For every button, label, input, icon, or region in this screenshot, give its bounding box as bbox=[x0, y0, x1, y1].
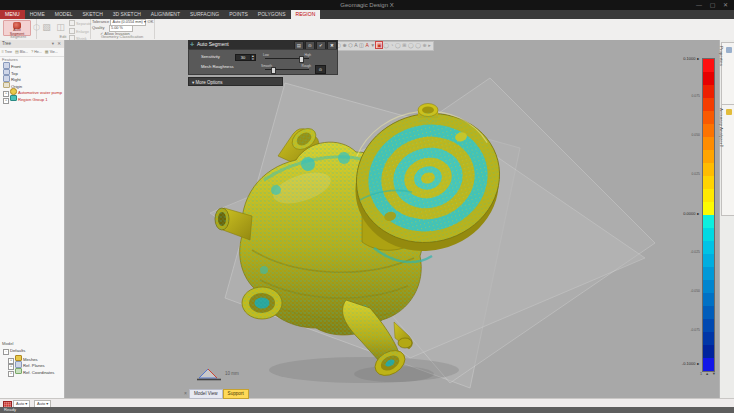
tree-item-region-group-1[interactable]: +Region Group 1 bbox=[3, 95, 48, 102]
legend-color-segment bbox=[703, 306, 714, 319]
help-filter-button[interactable]: ? He... bbox=[30, 48, 44, 56]
status-message: Ready bbox=[4, 407, 16, 412]
legend-color-segment bbox=[703, 189, 714, 202]
legend-tick: -0.025 bbox=[690, 250, 700, 254]
legend-tick: 0.075 bbox=[692, 94, 701, 98]
legend-color-segment bbox=[703, 202, 714, 215]
slider-max-label: Rough bbox=[302, 64, 311, 68]
legend-color-segment bbox=[703, 254, 714, 267]
expand-icon[interactable]: + bbox=[8, 371, 14, 377]
merge-region-button[interactable]: ◫ bbox=[54, 21, 67, 34]
sensitivity-input[interactable]: 30 bbox=[235, 54, 251, 61]
legend-color-segment bbox=[703, 124, 714, 137]
estimate-roughness-button[interactable]: ⊙ bbox=[315, 65, 326, 74]
tab-surfacing[interactable]: SURFACING bbox=[185, 10, 224, 19]
view-tab-bar: ×Model ViewSupport bbox=[184, 389, 249, 398]
ribbon-group-edit: ▧ ◫ Separate Enlarge Shrink Edit bbox=[36, 19, 91, 39]
tab-model-view[interactable]: Model View bbox=[189, 389, 223, 399]
sensitivity-slider[interactable]: Low High bbox=[265, 58, 309, 59]
tab-region[interactable]: REGION bbox=[291, 10, 321, 19]
legend-max-label: 0.1000 ► bbox=[683, 56, 700, 61]
window-controls[interactable]: — ▢ ✕ bbox=[696, 0, 731, 10]
tab-model[interactable]: MODEL bbox=[50, 10, 78, 19]
legend-tick: -0.075 bbox=[690, 328, 700, 332]
tab-menu[interactable]: MENU bbox=[0, 10, 25, 19]
viewport-toolbar: ⊗▱▢⊕⬡A◫A▼▣◯◔◯⊞◯◯⊕▸ bbox=[322, 41, 434, 51]
left-panel-header-buttons[interactable]: ▾ ✕ bbox=[52, 40, 62, 48]
legend-mid-label: 0.0000 ► bbox=[683, 211, 700, 216]
annotation-icon[interactable]: A bbox=[365, 42, 370, 48]
tab-support[interactable]: Support bbox=[223, 389, 249, 399]
coordinates-icon bbox=[15, 368, 22, 375]
legend-color-segment bbox=[703, 215, 714, 228]
tab-alignment[interactable]: ALIGNMENT bbox=[146, 10, 185, 19]
dialog-body: Sensitivity 30 ▲▼ Low High Mesh Roughnes… bbox=[188, 49, 338, 75]
deviation-color-legend bbox=[702, 58, 715, 372]
expand-icon[interactable]: + bbox=[3, 98, 9, 104]
dialog-icon: ✛ bbox=[190, 40, 194, 49]
viewport-3d-scene bbox=[64, 40, 719, 398]
tab-properties[interactable]: Properties bbox=[721, 42, 734, 106]
mesh-roughness-slider[interactable]: Smooth Rough bbox=[265, 69, 309, 70]
legend-color-segment bbox=[703, 59, 714, 72]
view-circle5-icon[interactable]: ◯ bbox=[414, 42, 421, 48]
legend-color-segment bbox=[703, 176, 714, 189]
tab-sketch[interactable]: SKETCH bbox=[78, 10, 108, 19]
model-section-label: Model bbox=[2, 341, 13, 346]
legend-color-segment bbox=[703, 72, 714, 85]
split-region-button[interactable]: ▧ bbox=[40, 21, 53, 34]
legend-color-segment bbox=[703, 228, 714, 241]
more-options-expander[interactable]: ▾ More Options bbox=[188, 77, 283, 86]
sensitivity-spinner[interactable]: ▲▼ bbox=[250, 54, 256, 61]
legend-color-segment bbox=[703, 150, 714, 163]
left-panel-toolbar: ≡ Tree ▤ Blo... ? He... ▦ Vie... bbox=[0, 48, 64, 57]
sensitivity-label: Sensitivity bbox=[201, 53, 220, 60]
legend-color-segment bbox=[703, 111, 714, 124]
dialog-header[interactable]: ✛ Auto Segment ▤⊙✔✖ bbox=[188, 40, 338, 49]
legend-color-segment bbox=[703, 332, 714, 345]
slider-min-label: Low bbox=[263, 53, 269, 57]
ribbon-group-geometry-classification: Tolerance Auto (0.0554 mm) ▾ OK Quality … bbox=[90, 19, 155, 39]
region-group-icon bbox=[10, 95, 17, 102]
sensitivity-slider-handle[interactable] bbox=[299, 56, 304, 63]
mesh-roughness-label: Mesh Roughness bbox=[201, 63, 234, 70]
window-title: Geomagic Design X bbox=[0, 0, 734, 10]
legend-color-segment bbox=[703, 137, 714, 150]
view-more-icon[interactable]: ▸ bbox=[427, 42, 431, 48]
legend-color-segment bbox=[703, 358, 714, 371]
mirror-icon[interactable]: ◫ bbox=[358, 42, 364, 48]
tree-item-ref-coordinates[interactable]: +Ref. Coordinates bbox=[8, 368, 54, 375]
right-panel-tab-strip: Properties Accuracy Analyzer™ bbox=[719, 40, 734, 398]
scale-label: 10 mm bbox=[225, 371, 239, 376]
legend-controls[interactable]: 1 ▲ ▼ bbox=[700, 372, 717, 376]
tab-points[interactable]: POINTS bbox=[224, 10, 253, 19]
legend-tick: -0.050 bbox=[690, 289, 700, 293]
view-circle-icon[interactable]: ◯ bbox=[382, 42, 389, 48]
edit-group-label: Edit bbox=[36, 34, 90, 39]
tree-filter-button[interactable]: ≡ Tree bbox=[0, 48, 14, 56]
dialog-title: Auto Segment bbox=[197, 41, 229, 47]
legend-min-label: -0.1000 ► bbox=[682, 361, 700, 366]
properties-icon bbox=[726, 47, 732, 53]
ribbon-group-segment: Auto Segment ⬡ Segment bbox=[0, 19, 37, 39]
legend-color-segment bbox=[703, 280, 714, 293]
tab-accuracy-analyzer[interactable]: Accuracy Analyzer™ bbox=[721, 104, 734, 216]
body-filter-button[interactable]: ▤ Blo... bbox=[14, 48, 30, 56]
segment-group-label: Segment bbox=[0, 34, 36, 39]
mesh-roughness-slider-handle[interactable] bbox=[271, 67, 276, 74]
legend-color-segment bbox=[703, 85, 714, 98]
tolerance-label: Tolerance bbox=[92, 19, 109, 24]
quality-label: Quality bbox=[92, 25, 104, 30]
legend-color-segment bbox=[703, 163, 714, 176]
tab-home[interactable]: HOME bbox=[25, 10, 50, 19]
accuracy-analyzer-icon bbox=[726, 109, 732, 115]
tab-3d-sketch[interactable]: 3D SKETCH bbox=[108, 10, 146, 19]
scale-indicator: 10 mm bbox=[196, 364, 239, 382]
viewport[interactable] bbox=[64, 40, 719, 398]
view-tab-close-icon[interactable]: × bbox=[184, 390, 187, 396]
enlarge-icon bbox=[69, 28, 75, 34]
separate-button[interactable]: Separate bbox=[69, 20, 91, 28]
tab-polygons[interactable]: POLYGONS bbox=[253, 10, 291, 19]
legend-color-segment bbox=[703, 293, 714, 306]
view-filter-button[interactable]: ▦ Vie... bbox=[43, 48, 59, 56]
